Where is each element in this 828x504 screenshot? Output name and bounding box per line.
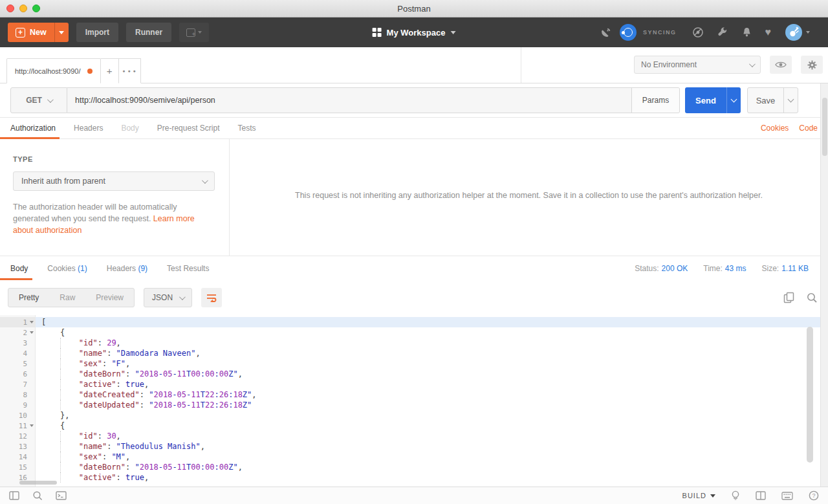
status-bar-right: BUILD ? — [682, 490, 819, 501]
request-tab-body[interactable]: Body — [121, 124, 138, 133]
code-line: 15 "dateBorn": "2018-05-11T00:00:00Z", — [0, 462, 828, 472]
notifications-bell-icon[interactable] — [741, 27, 752, 38]
request-tab-headers[interactable]: Headers — [74, 124, 103, 133]
interceptor-globe-icon[interactable] — [692, 27, 704, 38]
import-button-label: Import — [85, 28, 109, 37]
code-line: 9 "dateUpdated": "2018-05-11T22:26:18Z" — [0, 400, 828, 410]
search-icon — [32, 490, 43, 501]
interceptor-satellite-icon[interactable] — [600, 27, 612, 39]
authorization-panel: TYPE Inherit auth from parent The author… — [0, 139, 828, 256]
close-window-button[interactable] — [6, 5, 14, 12]
environment-area: No Environment — [634, 56, 823, 74]
new-window-button[interactable] — [179, 23, 209, 42]
response-tab-cookies[interactable]: Cookies (1) — [47, 264, 87, 273]
sidebar-icon — [9, 491, 19, 500]
response-status: Status:200 OK — [635, 264, 688, 273]
response-status-value[interactable]: 200 OK — [662, 264, 688, 273]
response-vertical-scrollbar[interactable] — [807, 327, 813, 463]
fold-toggle-icon[interactable] — [27, 331, 36, 334]
response-tab-headers[interactable]: Headers (9) — [107, 264, 147, 273]
settings-wrench-icon[interactable] — [717, 27, 728, 38]
caret-down-icon — [806, 31, 810, 34]
global-search-button[interactable] — [32, 490, 43, 501]
window-scrollbar[interactable] — [820, 83, 828, 487]
view-mode-pretty[interactable]: Pretty — [8, 289, 49, 307]
copy-icon — [783, 292, 794, 303]
request-tab-tests[interactable]: Tests — [237, 124, 256, 133]
zoom-window-button[interactable] — [32, 5, 40, 12]
response-tab-body[interactable]: Body — [10, 264, 28, 273]
new-window-icon — [186, 28, 195, 37]
shortcuts-button[interactable] — [781, 492, 793, 500]
copy-response-button[interactable] — [783, 292, 794, 303]
code-text: "id": 30, — [36, 431, 828, 441]
line-number: 9 — [0, 400, 36, 410]
response-toolbar-right — [783, 292, 818, 303]
workspace-switcher[interactable]: My Workspace — [373, 28, 456, 38]
indent-guide — [60, 441, 61, 452]
environment-select[interactable]: No Environment — [634, 56, 761, 74]
environment-quick-look-button[interactable] — [770, 56, 792, 74]
indent-guide — [60, 369, 61, 379]
new-tab-button[interactable]: + — [101, 58, 119, 83]
wrap-text-icon — [206, 293, 217, 302]
response-body-viewer[interactable]: 1[2 {3 "id": 29,4 "name": "Damodara Nave… — [0, 315, 828, 487]
active-request-tab[interactable]: http://localhost:9090/ — [6, 58, 101, 83]
line-number: 11 — [0, 421, 36, 431]
new-dropdown-caret[interactable] — [54, 23, 69, 42]
help-button[interactable]: ? — [809, 490, 819, 501]
save-button[interactable]: Save — [748, 88, 783, 113]
response-size-value[interactable]: 1.11 KB — [781, 264, 809, 273]
two-pane-view-button[interactable] — [756, 491, 766, 500]
tab-options-button[interactable]: ● ● ● — [119, 58, 141, 83]
url-input[interactable] — [67, 88, 631, 113]
new-button[interactable]: + New — [8, 23, 69, 42]
indent-guide — [60, 379, 61, 389]
fold-toggle-icon[interactable] — [27, 321, 36, 323]
method-select[interactable]: GET — [10, 87, 67, 113]
workspace-grid-icon — [373, 28, 382, 37]
import-button[interactable]: Import — [76, 23, 118, 42]
runner-button[interactable]: Runner — [126, 23, 171, 42]
user-avatar[interactable] — [785, 24, 802, 41]
help-icon: ? — [809, 490, 819, 501]
code-line: 10 }, — [0, 410, 828, 421]
cookies-link[interactable]: Cookies — [761, 124, 789, 133]
request-tab-pre-request-script[interactable]: Pre-request Script — [157, 124, 220, 133]
window-scrollbar-thumb[interactable] — [822, 98, 827, 156]
request-tab-authorization[interactable]: Authorization — [10, 124, 56, 133]
code-text: "name": "Damodara Naveen", — [36, 348, 828, 358]
code-text: [ — [36, 317, 828, 327]
send-options-caret[interactable] — [726, 87, 741, 113]
caret-down-icon — [710, 494, 715, 498]
fold-toggle-icon[interactable] — [27, 424, 36, 427]
environment-settings-button[interactable] — [801, 56, 823, 74]
tips-button[interactable] — [731, 490, 740, 501]
save-label: Save — [756, 96, 776, 105]
code-link[interactable]: Code — [799, 124, 818, 133]
search-response-button[interactable] — [806, 292, 818, 303]
code-text: "name": "Theodulus Manish", — [36, 441, 828, 452]
params-button[interactable]: Params — [631, 88, 679, 113]
format-select[interactable]: JSON — [144, 288, 192, 307]
response-time-value[interactable]: 43 ms — [725, 264, 746, 273]
save-options-caret[interactable] — [783, 88, 798, 113]
view-mode-raw[interactable]: Raw — [49, 289, 85, 307]
response-tab-test-results[interactable]: Test Results — [167, 264, 209, 273]
minimize-window-button[interactable] — [19, 5, 27, 12]
chevron-down-icon — [749, 61, 756, 67]
view-mode-preview[interactable]: Preview — [85, 289, 134, 307]
console-button[interactable] — [56, 491, 67, 500]
toggle-sidebar-button[interactable] — [9, 491, 19, 500]
sync-ring — [624, 28, 633, 37]
avatar-menu-caret[interactable] — [806, 31, 810, 34]
sync-status-icon[interactable] — [620, 24, 637, 41]
favorites-heart-icon[interactable]: ♥ — [765, 27, 772, 38]
auth-type-select[interactable]: Inherit auth from parent — [13, 171, 215, 191]
send-button[interactable]: Send — [685, 87, 726, 113]
response-meta: Status:200 OKTime:43 msSize:1.11 KB — [635, 264, 828, 273]
request-editor-tabs: AuthorizationHeadersBodyPre-request Scri… — [0, 118, 828, 139]
code-text: "active": true, — [36, 472, 828, 483]
build-channel-select[interactable]: BUILD — [682, 492, 715, 499]
wrap-text-button[interactable] — [201, 288, 222, 307]
